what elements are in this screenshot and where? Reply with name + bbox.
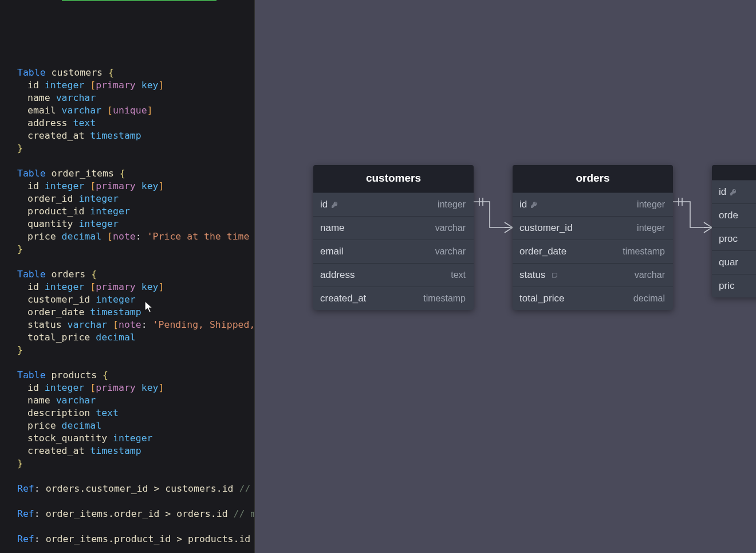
primary-key-icon — [530, 201, 538, 209]
column-name: name — [320, 222, 345, 234]
table-header: customers — [313, 165, 474, 193]
table-column-row[interactable]: idinteger — [313, 193, 474, 216]
column-type: integer — [438, 199, 466, 210]
column-name: address — [320, 269, 355, 281]
diagram-canvas[interactable]: customersidintegernamevarcharemailvarcha… — [255, 0, 756, 553]
column-type: integer — [637, 223, 665, 233]
table-column-row[interactable]: order_datetimestamp — [513, 240, 673, 263]
column-name: id — [719, 186, 737, 198]
table-column-row[interactable]: emailvarchar — [313, 240, 474, 263]
table-column-row[interactable]: orde — [712, 203, 756, 227]
table-column-row[interactable]: namevarchar — [313, 216, 474, 240]
column-name: total_price — [519, 293, 564, 304]
column-type: timestamp — [623, 246, 665, 257]
column-name: email — [320, 246, 344, 257]
code-editor[interactable]: Table customers {id integer [primary key… — [0, 0, 255, 553]
active-tab-underline — [62, 0, 216, 1]
table-header: orders — [513, 165, 673, 193]
column-name: quar — [719, 257, 738, 268]
column-type: varchar — [635, 270, 665, 280]
table-column-row[interactable]: customer_idinteger — [513, 216, 673, 240]
column-name: id — [519, 199, 538, 210]
table-column-row[interactable]: statusvarchar — [513, 263, 673, 287]
table-card[interactable]: customersidintegernamevarcharemailvarcha… — [313, 165, 474, 310]
table-column-row[interactable]: pric — [712, 274, 756, 297]
note-icon — [551, 272, 558, 279]
table-header — [712, 165, 756, 180]
column-type: decimal — [633, 293, 665, 304]
column-name: created_at — [320, 293, 366, 304]
table-column-row[interactable]: proc — [712, 227, 756, 250]
table-column-row[interactable]: id — [712, 180, 756, 203]
table-column-row[interactable]: addresstext — [313, 263, 474, 287]
primary-key-icon — [331, 201, 338, 209]
column-type: varchar — [435, 223, 466, 233]
column-name: status — [519, 269, 558, 281]
column-type: text — [451, 270, 466, 280]
column-name: proc — [719, 233, 738, 245]
primary-key-icon — [730, 189, 737, 196]
column-type: timestamp — [423, 293, 466, 304]
table-column-row[interactable]: created_attimestamp — [313, 287, 474, 310]
column-type: varchar — [435, 246, 466, 257]
column-type: integer — [637, 199, 665, 210]
table-card[interactable]: idordeprocquarpric — [712, 165, 756, 297]
column-name: order_date — [519, 246, 566, 257]
column-name: customer_id — [519, 222, 573, 234]
table-column-row[interactable]: quar — [712, 250, 756, 274]
table-column-row[interactable]: idinteger — [513, 193, 673, 216]
column-name: pric — [719, 280, 734, 292]
table-card[interactable]: ordersidintegercustomer_idintegerorder_d… — [513, 165, 673, 310]
table-column-row[interactable]: total_pricedecimal — [513, 287, 673, 310]
column-name: id — [320, 199, 338, 210]
column-name: orde — [719, 210, 738, 221]
